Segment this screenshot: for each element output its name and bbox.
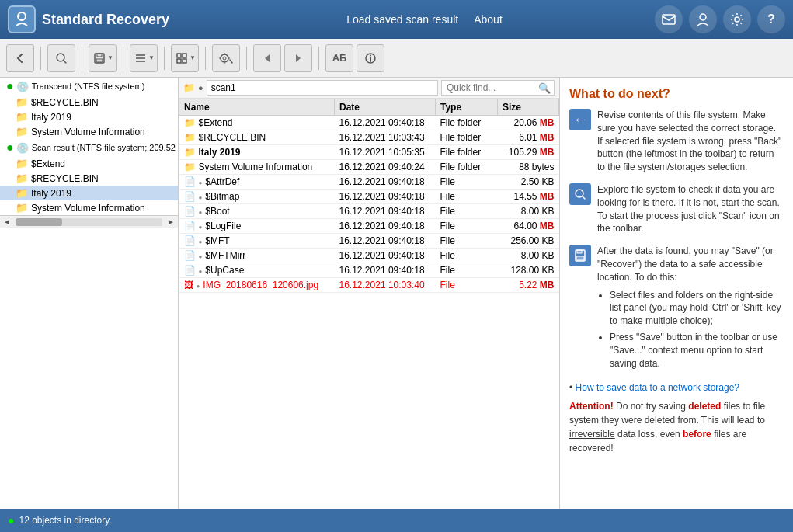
tree-item-italy1[interactable]: 📁 Italy 2019 [0, 110, 178, 124]
user-button[interactable] [689, 5, 717, 33]
toolbar: ▼ ▼ ▼ АБ [0, 39, 793, 78]
tree-item-sysinfo2[interactable]: 📁 System Volume Information [0, 200, 178, 215]
network-link-area: • How to save data to a network storage? [569, 382, 784, 393]
table-row[interactable]: 📁Italy 2019 16.12.2021 10:05:35 File fol… [179, 145, 559, 160]
message-button[interactable] [655, 5, 683, 33]
info-title: What to do next? [569, 87, 784, 101]
cell-name: 📁System Volume Information [179, 160, 335, 175]
file-table: Name Date Type Size 📁$Extend 16.12.2021 … [179, 99, 559, 509]
header-nav: Load saved scan result About [194, 13, 655, 26]
cell-type: File [436, 190, 498, 204]
cell-name: 📁$RECYCLE.BIN [179, 130, 335, 145]
tree-item-recycle1[interactable]: 📁 $RECYCLE.BIN [0, 95, 178, 110]
tree-item-label: $RECYCLE.BIN [31, 173, 99, 184]
info-text-scan: Explore file system to check if data you… [597, 183, 784, 235]
font-button[interactable]: АБ [325, 44, 353, 72]
grid-view-button[interactable]: ▼ [171, 44, 199, 72]
cell-type: File [436, 278, 498, 293]
cell-date: 16.12.2021 09:40:18 [335, 190, 436, 204]
scroll-left[interactable]: ◄ [2, 217, 12, 226]
tree-item-scan-result[interactable]: ● 💿 Scan result (NTFS file system; 209.5… [0, 139, 178, 156]
info-section-save: After the data is found, you may "Save" … [569, 245, 784, 373]
svg-rect-2 [663, 15, 675, 24]
toolbar-sep-7 [318, 47, 319, 70]
scroll-thumb[interactable] [16, 218, 62, 226]
info-button[interactable] [357, 44, 384, 72]
scan-button[interactable] [212, 44, 240, 72]
tree-item-recycle2[interactable]: 📁 $RECYCLE.BIN [0, 171, 178, 186]
svg-rect-13 [183, 54, 186, 57]
quick-find-input[interactable] [445, 81, 538, 95]
cell-name: 📄●$Boot [179, 204, 335, 219]
load-scan-link[interactable]: Load saved scan result [346, 13, 458, 26]
warning-text-1: Do not try saving [616, 401, 688, 412]
col-header-name[interactable]: Name [179, 99, 335, 116]
next-button[interactable] [284, 44, 312, 72]
table-row[interactable]: 📁System Volume Information 16.12.2021 09… [179, 160, 559, 175]
search-button[interactable] [47, 44, 75, 72]
settings-button[interactable] [723, 5, 751, 33]
cell-name: 📄●$Bitmap [179, 190, 335, 204]
folder-icon: 📁 [16, 111, 28, 123]
cell-type: File [436, 219, 498, 234]
save-button[interactable]: ▼ [89, 44, 117, 72]
tree-item-label: System Volume Information [31, 203, 145, 214]
cell-name: 📄●$UpCase [179, 263, 335, 278]
prev-button[interactable] [253, 44, 281, 72]
svg-rect-30 [576, 256, 584, 260]
toolbar-sep-1 [40, 47, 41, 70]
cell-size: 8.00 KB [498, 249, 559, 263]
search-icon[interactable]: 🔍 [538, 82, 551, 94]
info-section-scan: Explore file system to check if data you… [569, 183, 784, 235]
table-row[interactable]: 📄●$AttrDef 16.12.2021 09:40:18 File 2.50… [179, 175, 559, 190]
toolbar-sep-2 [82, 47, 82, 70]
drive-icon: 💿 [16, 81, 29, 92]
table-row[interactable]: 📁$Extend 16.12.2021 09:40:18 File folder… [179, 116, 559, 130]
table-row[interactable]: 📄●$MFT 16.12.2021 09:40:18 File 256.00 K… [179, 234, 559, 249]
cell-size: 88 bytes [498, 160, 559, 175]
network-storage-link[interactable]: How to save data to a network storage? [576, 382, 739, 393]
info-section-back: ← Revise contents of this file system. M… [569, 109, 784, 174]
back-button[interactable] [6, 44, 34, 72]
path-input[interactable]: scan1 [207, 80, 438, 96]
warning-irreversible-text: irreversible [569, 429, 615, 440]
col-header-size[interactable]: Size [498, 99, 559, 116]
col-header-type[interactable]: Type [436, 99, 498, 116]
info-text-back: Revise contents of this file system. Mak… [597, 109, 784, 174]
cell-name: 🖼●IMG_20180616_120606.jpg [179, 278, 335, 293]
save-info-icon [569, 245, 591, 266]
table-row[interactable]: 📄●$Boot 16.12.2021 09:40:18 File 8.00 KB [179, 204, 559, 219]
table-row[interactable]: 📄●$LogFile 16.12.2021 09:40:18 File 64.0… [179, 219, 559, 234]
cell-date: 16.12.2021 09:40:18 [335, 249, 436, 263]
list-arrow: ▼ [148, 54, 155, 61]
folder-icon: 📁 [16, 158, 28, 169]
table-row[interactable]: 🖼●IMG_20180616_120606.jpg 16.12.2021 10:… [179, 278, 559, 293]
cell-name: 📄●$MFT [179, 234, 335, 249]
col-header-date[interactable]: Date [335, 99, 436, 116]
cell-type: File folder [436, 130, 498, 145]
path-bar: 📁 ● scan1 🔍 [179, 78, 559, 99]
tree-item-italy2[interactable]: 📁 Italy 2019 [0, 186, 178, 200]
main-area: ● 💿 Transcend (NTFS file system) 📁 $RECY… [0, 78, 793, 509]
help-button[interactable]: ? [757, 5, 785, 33]
svg-marker-22 [265, 54, 270, 62]
tree-item-sysinfo1[interactable]: 📁 System Volume Information [0, 124, 178, 139]
tree-item-label: $RECYCLE.BIN [31, 97, 99, 108]
cell-size: 14.55 MB [498, 190, 559, 204]
table-row[interactable]: 📄●$Bitmap 16.12.2021 09:40:18 File 14.55… [179, 190, 559, 204]
tree-item-extend[interactable]: 📁 $Extend [0, 156, 178, 171]
svg-rect-29 [577, 250, 582, 253]
cell-date: 16.12.2021 09:40:18 [335, 175, 436, 190]
table-row[interactable]: 📁$RECYCLE.BIN 16.12.2021 10:03:43 File f… [179, 130, 559, 145]
table-row[interactable]: 📄●$MFTMirr 16.12.2021 09:40:18 File 8.00… [179, 249, 559, 263]
info-text-save: After the data is found, you may "Save" … [597, 245, 784, 373]
list-view-button[interactable]: ▼ [130, 44, 158, 72]
cell-date: 16.12.2021 10:03:43 [335, 130, 436, 145]
folder-icon: 📁 [16, 202, 28, 214]
scroll-right[interactable]: ► [165, 217, 176, 226]
folder-icon: 📁 [16, 126, 28, 137]
warning-irreversible: irreversible [569, 429, 615, 440]
table-row[interactable]: 📄●$UpCase 16.12.2021 09:40:18 File 128.0… [179, 263, 559, 278]
about-link[interactable]: About [474, 13, 503, 26]
tree-item-transcend[interactable]: ● 💿 Transcend (NTFS file system) [0, 78, 178, 95]
